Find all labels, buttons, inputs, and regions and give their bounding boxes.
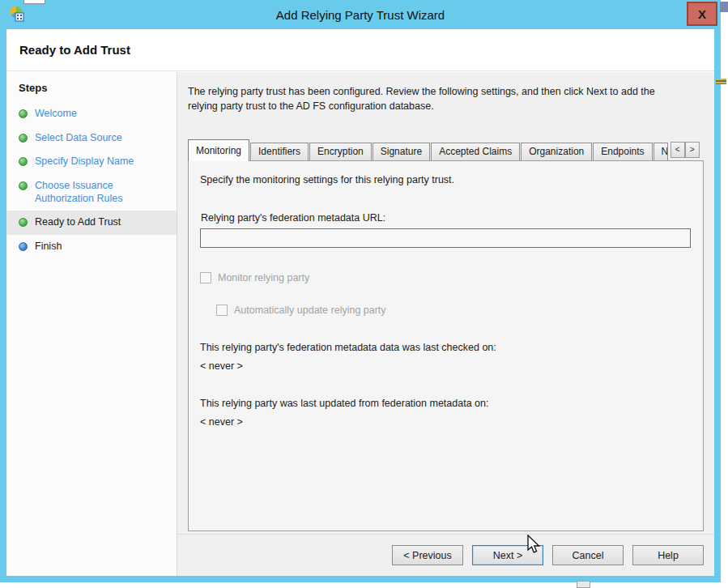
step-label: Specify Display Name (35, 156, 134, 168)
window-title: Add Relying Party Trust Wizard (0, 8, 721, 22)
auto-update-label: Automatically update relying party (234, 305, 386, 316)
wizard-footer: < Previous Next > Cancel Help (177, 534, 714, 576)
next-button[interactable]: Next > (472, 545, 543, 565)
adfs-app-icon (9, 6, 25, 22)
monitor-relying-party-label: Monitor relying party (218, 272, 309, 283)
monitor-relying-party-row: Monitor relying party (200, 272, 692, 283)
tab-encryption[interactable]: Encryption (309, 143, 372, 160)
background-sliver (721, 0, 728, 588)
tab-notes-truncated[interactable]: N (653, 143, 668, 160)
last-updated-value: < never > (200, 416, 692, 428)
background-artifact (23, 0, 45, 4)
step-label: Choose Issuance Authorization Rules (35, 180, 172, 205)
previous-button[interactable]: < Previous (392, 545, 463, 565)
steps-sidebar: Steps Welcome Select Data Source Specify… (6, 72, 177, 576)
window-body: Ready to Add Trust Steps Welcome Select … (6, 29, 714, 576)
page-description: The relying party trust has been configu… (177, 72, 702, 113)
step-label: Select Data Source (35, 132, 122, 145)
monitoring-intro: Specify the monitoring settings for this… (200, 174, 692, 185)
page-header: Ready to Add Trust (6, 29, 714, 71)
sidebar-item-welcome[interactable]: Welcome (6, 102, 177, 126)
step-done-bullet-icon (19, 181, 28, 190)
monitor-relying-party-checkbox[interactable] (200, 272, 211, 283)
last-checked-label: This relying party's federation metadata… (200, 342, 692, 353)
steps-heading: Steps (6, 79, 177, 102)
step-done-bullet-icon (19, 109, 28, 118)
cancel-button[interactable]: Cancel (552, 545, 624, 565)
tab-monitoring[interactable]: Monitoring (188, 139, 249, 161)
sidebar-item-specify-display-name[interactable]: Specify Display Name (6, 150, 177, 174)
tab-signature[interactable]: Signature (373, 143, 430, 160)
background-window-corner (720, 2, 728, 12)
step-label: Welcome (35, 108, 77, 121)
sidebar-item-finish[interactable]: Finish (6, 235, 177, 259)
step-pending-bullet-icon (19, 242, 28, 251)
main-pane: The relying party trust has been configu… (177, 72, 714, 576)
sidebar-item-choose-issuance-authorization-rules[interactable]: Choose Issuance Authorization Rules (6, 174, 177, 211)
metadata-url-label: Relying party's federation metadata URL: (201, 212, 692, 224)
auto-update-checkbox[interactable] (216, 305, 228, 316)
step-done-bullet-icon (19, 157, 28, 166)
wizard-window: Add Relying Party Trust Wizard X Ready t… (0, 0, 721, 582)
tab-scroll-left-icon[interactable]: < (671, 142, 685, 158)
auto-update-row: Automatically update relying party (216, 305, 692, 316)
tab-identifiers[interactable]: Identifiers (250, 143, 309, 160)
monitoring-tab-panel: Specify the monitoring settings for this… (188, 160, 704, 531)
help-button[interactable]: Help (632, 545, 704, 565)
tab-organization[interactable]: Organization (521, 143, 592, 160)
step-done-bullet-icon (19, 218, 28, 227)
tab-scroll-buttons: < > (671, 142, 700, 158)
close-icon[interactable]: X (687, 2, 717, 26)
step-label: Finish (35, 241, 62, 254)
step-label: Ready to Add Trust (35, 216, 121, 229)
last-checked-value: < never > (200, 360, 692, 372)
screen: Add Relying Party Trust Wizard X Ready t… (0, 0, 728, 588)
last-updated-label: This relying party was last updated from… (200, 398, 692, 409)
tab-scroll-right-icon[interactable]: > (685, 142, 700, 158)
tab-accepted-claims[interactable]: Accepted Claims (431, 143, 520, 160)
metadata-url-input[interactable] (200, 228, 691, 248)
sidebar-item-select-data-source[interactable]: Select Data Source (6, 126, 177, 151)
content: Steps Welcome Select Data Source Specify… (6, 72, 714, 576)
step-done-bullet-icon (19, 134, 28, 143)
tab-endpoints[interactable]: Endpoints (593, 143, 652, 160)
titlebar: Add Relying Party Trust Wizard X (0, 0, 721, 29)
background-artifact (577, 581, 590, 588)
background-artifact (716, 79, 726, 84)
sidebar-item-ready-to-add-trust[interactable]: Ready to Add Trust (6, 211, 177, 235)
tab-strip: Monitoring Identifiers Encryption Signat… (188, 138, 704, 160)
page-title: Ready to Add Trust (19, 43, 130, 57)
